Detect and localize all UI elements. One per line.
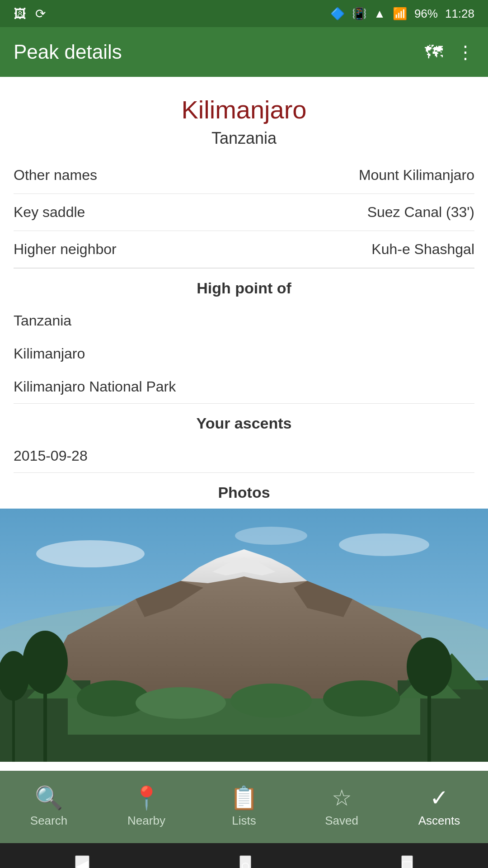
key-saddle-label: Key saddle	[14, 204, 85, 221]
svg-point-26	[23, 631, 68, 694]
signal-icon: 📶	[393, 7, 407, 21]
nav-lists[interactable]: 📋 Lists	[195, 771, 293, 843]
back-icon: ◀	[76, 856, 89, 868]
battery-text: 96%	[414, 7, 438, 21]
nav-nearby-label: Nearby	[127, 814, 165, 828]
nav-saved[interactable]: ☆ Saved	[293, 771, 390, 843]
svg-point-22	[36, 540, 145, 567]
peak-name: Kilimanjaro	[9, 95, 479, 124]
search-icon: 🔍	[35, 787, 63, 809]
peak-info-table: Other names Mount Kilimanjaro Key saddle…	[0, 157, 488, 268]
bluetooth-icon: 🔷	[330, 7, 345, 21]
sync-icon: ⟳	[35, 6, 46, 21]
content-area: Kilimanjaro Tanzania Other names Mount K…	[0, 77, 488, 771]
other-names-label: Other names	[14, 167, 97, 184]
higher-neighbor-value: Kuh-e Shashgal	[371, 241, 474, 258]
photos-header: Photos	[0, 473, 488, 509]
nav-search[interactable]: 🔍 Search	[0, 771, 98, 843]
nav-search-label: Search	[30, 814, 67, 828]
wifi-icon: ▲	[374, 7, 385, 21]
app-bar-actions: 🗺 ⋮	[425, 42, 474, 62]
high-point-item-2: Kilimanjaro National Park	[0, 370, 488, 403]
high-point-item-0: Tanzania	[0, 304, 488, 337]
vibrate-icon: 📳	[352, 7, 366, 21]
peak-country: Tanzania	[9, 129, 479, 148]
other-names-row: Other names Mount Kilimanjaro	[14, 157, 474, 194]
lists-icon: 📋	[230, 787, 258, 809]
more-options-button[interactable]: ⋮	[456, 42, 474, 62]
recents-icon: □	[402, 856, 412, 868]
svg-rect-21	[0, 735, 488, 762]
nav-saved-label: Saved	[325, 814, 358, 828]
bottom-nav: 🔍 Search 📍 Nearby 📋 Lists ☆ Saved ✓ Asce…	[0, 771, 488, 843]
saved-icon: ☆	[332, 787, 352, 809]
status-bar: 🖼 ⟳ 🔷 📳 ▲ 📶 96% 11:28	[0, 0, 488, 27]
key-saddle-row: Key saddle Suez Canal (33')	[14, 194, 474, 231]
ascents-header: Your ascents	[0, 404, 488, 439]
high-point-header: High point of	[0, 269, 488, 304]
photo-container	[0, 509, 488, 762]
other-names-value: Mount Kilimanjaro	[359, 167, 474, 184]
key-saddle-value: Suez Canal (33')	[367, 204, 474, 221]
map-button[interactable]: 🗺	[425, 42, 443, 62]
gallery-icon: 🖼	[14, 6, 26, 21]
more-options-icon: ⋮	[456, 42, 474, 62]
mountain-photo	[0, 509, 488, 762]
svg-point-24	[235, 527, 307, 545]
home-icon: ○	[240, 856, 250, 868]
svg-point-23	[339, 533, 429, 556]
nav-nearby[interactable]: 📍 Nearby	[98, 771, 195, 843]
svg-point-18	[136, 687, 226, 719]
peak-title-section: Kilimanjaro Tanzania	[0, 77, 488, 157]
nearby-icon: 📍	[132, 787, 160, 809]
app-bar-title: Peak details	[14, 41, 122, 63]
svg-point-20	[323, 680, 400, 717]
recents-button[interactable]: □	[401, 855, 413, 868]
map-icon: 🗺	[425, 42, 443, 62]
home-button[interactable]: ○	[239, 855, 251, 868]
time: 11:28	[445, 7, 474, 21]
nav-lists-label: Lists	[232, 814, 256, 828]
nav-ascents[interactable]: ✓ Ascents	[390, 771, 488, 843]
svg-point-28	[407, 637, 452, 696]
android-nav-bar: ◀ ○ □	[0, 843, 488, 868]
app-bar: Peak details 🗺 ⋮	[0, 27, 488, 77]
status-bar-left: 🖼 ⟳	[14, 6, 46, 21]
back-button[interactable]: ◀	[75, 855, 89, 868]
high-point-item-1: Kilimanjaro	[0, 337, 488, 370]
higher-neighbor-label: Higher neighbor	[14, 241, 117, 258]
nav-ascents-label: Ascents	[418, 814, 460, 828]
status-bar-right: 🔷 📳 ▲ 📶 96% 11:28	[330, 7, 474, 21]
higher-neighbor-row: Higher neighbor Kuh-e Shashgal	[14, 231, 474, 268]
svg-point-19	[230, 684, 312, 718]
ascents-icon: ✓	[430, 787, 449, 809]
ascent-date: 2015-09-28	[0, 439, 488, 472]
